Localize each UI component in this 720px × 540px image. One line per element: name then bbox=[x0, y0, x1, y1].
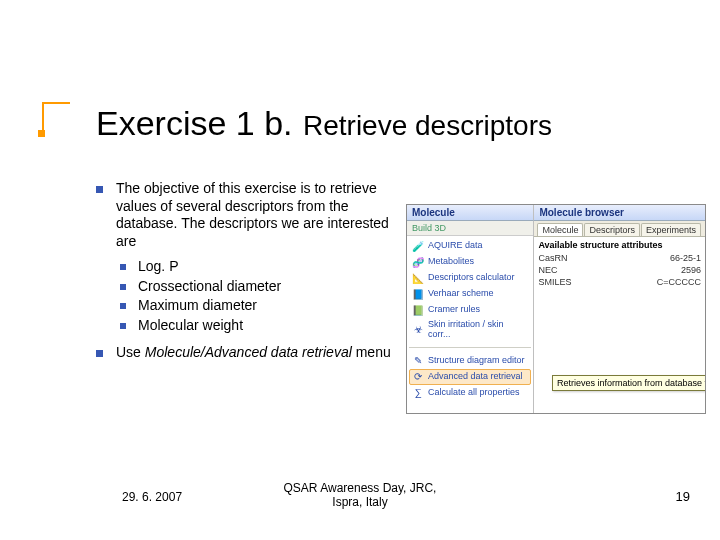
menu-label: Descriptors calculator bbox=[428, 273, 515, 283]
attr-val: 2596 bbox=[681, 265, 701, 275]
molecule-panel: Molecule Build 3D 🧪AQUIRE data 🧬Metaboli… bbox=[407, 205, 534, 413]
attr-row: NEC2596 bbox=[538, 264, 701, 276]
instruction: Use Molecule/Advanced data retrieval men… bbox=[96, 344, 396, 362]
tab-experiments[interactable]: Experiments bbox=[641, 223, 701, 236]
menu-item-structure-editor[interactable]: ✎Structure diagram editor bbox=[409, 353, 531, 369]
instruction-em: Molecule/Advanced data retrieval bbox=[145, 344, 352, 360]
flask-icon: 🧪 bbox=[412, 240, 424, 252]
footer-center: QSAR Awareness Day, JRC, Ispra, Italy bbox=[0, 482, 720, 510]
menu-label: Verhaar scheme bbox=[428, 289, 494, 299]
attr-key: NEC bbox=[538, 265, 557, 275]
app-screenshot: Molecule Build 3D 🧪AQUIRE data 🧬Metaboli… bbox=[406, 204, 706, 414]
attr-val: 66-25-1 bbox=[670, 253, 701, 263]
menu-item-calculate-all[interactable]: ∑Calculate all properties bbox=[409, 385, 531, 401]
attr-val: C=CCCCC bbox=[657, 277, 701, 287]
descriptor-item: Molecular weight bbox=[116, 317, 396, 335]
descriptor-item: Log. P bbox=[116, 258, 396, 276]
menu-item-descriptors-calc[interactable]: 📐Descriptors calculator bbox=[409, 270, 531, 286]
descriptor-item: Crossectional diameter bbox=[116, 278, 396, 296]
molecule-menu-group1: 🧪AQUIRE data 🧬Metabolites 📐Descriptors c… bbox=[407, 236, 533, 344]
tab-molecule[interactable]: Molecule bbox=[537, 223, 583, 236]
body-text: The objective of this exercise is to ret… bbox=[96, 180, 396, 372]
calc-icon: 📐 bbox=[412, 272, 424, 284]
objective: The objective of this exercise is to ret… bbox=[96, 180, 396, 334]
book-icon: 📘 bbox=[412, 288, 424, 300]
menu-label: Advanced data retrieval bbox=[428, 372, 523, 382]
title-lead: Exercise 1 b. bbox=[96, 104, 293, 142]
menu-label: Cramer rules bbox=[428, 305, 480, 315]
attr-key: SMILES bbox=[538, 277, 571, 287]
menu-label: Skin irritation / skin corr... bbox=[428, 320, 528, 340]
refresh-icon: ⟳ bbox=[412, 371, 424, 383]
browser-tabs: Molecule Descriptors Experiments bbox=[534, 221, 705, 236]
menu-item-advanced-retrieval[interactable]: ⟳Advanced data retrieval bbox=[409, 369, 531, 385]
menu-item-aquire[interactable]: 🧪AQUIRE data bbox=[409, 238, 531, 254]
book-icon: 📗 bbox=[412, 304, 424, 316]
menu-item-cramer[interactable]: 📗Cramer rules bbox=[409, 302, 531, 318]
menu-item-metabolites[interactable]: 🧬Metabolites bbox=[409, 254, 531, 270]
hazard-icon: ☣ bbox=[412, 324, 424, 336]
molecule-menu-group2: ✎Structure diagram editor ⟳Advanced data… bbox=[407, 351, 533, 403]
title-accent bbox=[42, 102, 70, 134]
sigma-icon: ∑ bbox=[412, 387, 424, 399]
footer-line1: QSAR Awareness Day, JRC, bbox=[284, 481, 437, 495]
attr-row: CasRN66-25-1 bbox=[538, 252, 701, 264]
slide: { "title": { "lead": "Exercise 1 b.", "s… bbox=[0, 0, 720, 540]
menu-item-skin[interactable]: ☣Skin irritation / skin corr... bbox=[409, 318, 531, 342]
dna-icon: 🧬 bbox=[412, 256, 424, 268]
tooltip: Retrieves information from database for … bbox=[552, 375, 706, 391]
instruction-post: menu bbox=[352, 344, 391, 360]
molecule-panel-header: Molecule bbox=[407, 205, 533, 221]
attr-row: SMILESC=CCCCC bbox=[538, 276, 701, 288]
menu-label: Structure diagram editor bbox=[428, 356, 525, 366]
menu-item-verhaar[interactable]: 📘Verhaar scheme bbox=[409, 286, 531, 302]
attributes-header: Available structure attributes bbox=[538, 240, 701, 250]
edit-icon: ✎ bbox=[412, 355, 424, 367]
divider bbox=[409, 347, 531, 348]
title-sub: Retrieve descriptors bbox=[303, 110, 552, 141]
tab-descriptors[interactable]: Descriptors bbox=[584, 223, 640, 236]
footer-page: 19 bbox=[676, 489, 690, 504]
menu-label: Calculate all properties bbox=[428, 388, 520, 398]
attr-key: CasRN bbox=[538, 253, 567, 263]
menu-label: Metabolites bbox=[428, 257, 474, 267]
descriptor-list: Log. P Crossectional diameter Maximum di… bbox=[116, 258, 396, 334]
slide-title: Exercise 1 b. Retrieve descriptors bbox=[96, 104, 552, 143]
instruction-pre: Use bbox=[116, 344, 145, 360]
objective-text: The objective of this exercise is to ret… bbox=[116, 180, 389, 249]
footer-line2: Ispra, Italy bbox=[332, 495, 387, 509]
descriptor-item: Maximum diameter bbox=[116, 297, 396, 315]
menu-label: AQUIRE data bbox=[428, 241, 483, 251]
browser-panel-header: Molecule browser bbox=[533, 205, 705, 221]
molecule-panel-subheader: Build 3D bbox=[407, 221, 533, 236]
